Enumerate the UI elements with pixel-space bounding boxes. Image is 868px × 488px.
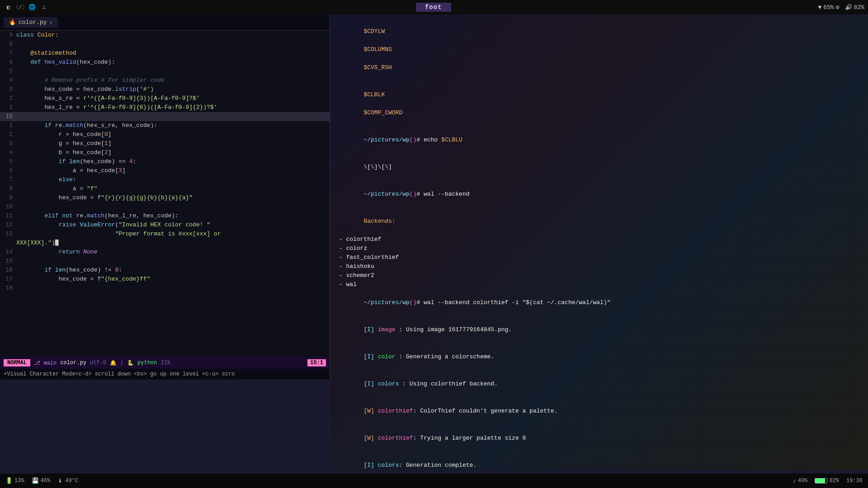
encoding: utf-8 (90, 360, 106, 366)
command-line: +Visual Character Mode<c-d> scroll down … (0, 369, 330, 380)
line-number: 10 (0, 202, 16, 211)
bottom-bar: 🔋 13% 💾 46% 🌡 49°C ♪ 40% 82% 19:36 (0, 474, 868, 488)
term-var: $CVS_RSH (363, 64, 392, 71)
topbar: ◧ 〈/〉 🌐 ♫ foot ▼ 65% ⚙ 🔊 82% (0, 0, 868, 14)
line-content: hex_s_re = r'^([A-Fa-f0-9]{3})[A-Fa-f0-9… (16, 94, 330, 103)
terminal-output: [I] image : Using image 1617779164845.pn… (335, 316, 863, 343)
line-number: 18 (0, 284, 16, 293)
main-content: 🔥 color.py ✕ 9 class Color: 8 7 @staticm… (0, 14, 868, 470)
status-bar: NORMAL ⎇ main color.py utf-8 🔔 | 🐍 pytho… (0, 357, 330, 369)
line-content: b = hex_code[2] (16, 148, 330, 157)
term-var: $CDYLW (363, 28, 385, 35)
line-content: class Color: (16, 31, 330, 40)
line-number: 1 (0, 121, 16, 130)
line-number: 16 (0, 266, 16, 275)
volume-control[interactable]: 🔊 82% (845, 4, 864, 11)
code-line: 12 raise ValueError("Invalid HEX color c… (0, 221, 330, 230)
code-line-current: 15 (0, 112, 330, 121)
line-content: a = "f" (16, 184, 330, 193)
code-line: 3 g = hex_code[1] (0, 139, 330, 148)
term-dir: ~/pictures/wp (363, 191, 409, 197)
terminal-output: [W] colorthief: Trying a larger palette … (335, 425, 863, 452)
tab-close-button[interactable]: ✕ (49, 19, 52, 25)
terminal-output: [I] colors : Using colorthief backend. (335, 371, 863, 398)
terminal-output: - haishoku (335, 262, 863, 271)
time-display: 19:36 (846, 478, 863, 484)
editor-pane: 🔥 color.py ✕ 9 class Color: 8 7 @staticm… (0, 14, 330, 380)
cursor-position: 15:1 (307, 359, 326, 366)
temp-value: 49°C (65, 478, 78, 484)
desktop-icon[interactable]: ◧ (4, 2, 14, 12)
python-icon: 🐍 (127, 360, 134, 366)
terminal-pane[interactable]: $CDYLW $COLUMNS $CVS_RSH $CLBLK $COMP_CW… (330, 14, 868, 470)
line-number: 17 (0, 275, 16, 284)
line-content: XXX[XXX].")█ (16, 239, 330, 248)
term-var: $COMP_CWORD (363, 109, 402, 116)
code-line: 9 hex_code = f"{r}{r}{g}{g}{b}{b}{a}{a}" (0, 193, 330, 202)
code-line: 3 hex_code = hex_code.lstrip('#') (0, 85, 330, 94)
topbar-left: ◧ 〈/〉 🌐 ♫ (4, 2, 49, 12)
line-number: 2 (0, 94, 16, 103)
terminal-output: - wal (335, 280, 863, 289)
code-line: 8 (0, 40, 330, 49)
code-line: 13 "Proper format is #xxx[xxx] or (0, 230, 330, 239)
line-number: 11 (0, 211, 16, 221)
bottom-right: ♪ 40% 82% 19:36 (793, 478, 863, 484)
code-line: 4 # Remove prefix # for simpler code (0, 76, 330, 85)
line-number: 6 (0, 58, 16, 67)
line-content: raise ValueError("Invalid HEX color code… (16, 221, 330, 230)
brightness-control[interactable]: ▼ 65% ⚙ (818, 4, 840, 11)
volume-bottom: 40% (798, 478, 808, 484)
line-number: 15 (0, 112, 16, 121)
globe-icon[interactable]: 🌐 (27, 2, 37, 12)
music-note-icon: ♪ (793, 478, 796, 484)
battery-status-2: 82% (815, 478, 839, 484)
disk-percent: 46% (41, 478, 51, 484)
terminal-output: [W] colorthief: ColorThief couldn't gene… (335, 398, 863, 425)
terminal-output: - schemer2 (335, 271, 863, 280)
term-var: $CLBLK (363, 91, 385, 98)
terminal-output: [I] colors: Generation complete. (335, 452, 863, 470)
topbar-right: ▼ 65% ⚙ 🔊 82% (818, 4, 864, 11)
line-content: return None (16, 248, 330, 257)
terminal-prompt-line: ~/pictures/wp()# wal --backend (335, 181, 863, 208)
temp-icon: 🌡 (57, 478, 63, 484)
volume-value: 82% (854, 4, 864, 11)
volume-status: ♪ 40% (793, 478, 807, 484)
code-line: 6 a = hex_code[3] (0, 166, 330, 175)
filename: color.py (60, 360, 86, 366)
line-number: 2 (0, 130, 16, 139)
line-content: hex_code = hex_code.lstrip('#') (16, 85, 330, 94)
line-content: "Proper format is #xxx[xxx] or (16, 230, 330, 239)
file-tab[interactable]: 🔥 color.py ✕ (4, 17, 58, 28)
scroll-percent: 21% (160, 360, 170, 366)
terminal-content[interactable]: $CDYLW $COLUMNS $CVS_RSH $CLBLK $COMP_CW… (330, 14, 868, 470)
code-line: 14 return None (0, 248, 330, 257)
code-line: 2 r = hex_code[0] (0, 130, 330, 139)
code-line: XXX[XXX].")█ (0, 239, 330, 248)
code-icon[interactable]: 〈/〉 (15, 2, 25, 12)
volume-icon: 🔊 (845, 4, 852, 11)
line-content: if len(hex_code) == 4: (16, 157, 330, 166)
line-number: 3 (0, 85, 16, 94)
line-content: hex_code = f"{hex_code}ff" (16, 275, 330, 284)
code-line: 1 hex_l_re = r'^([A-Fa-f0-9]{6})([A-Fa-f… (0, 103, 330, 112)
code-line: 16 if len(hex_code) != 8: (0, 266, 330, 275)
code-line: 7 @staticmethod (0, 49, 330, 58)
line-number: 9 (0, 31, 16, 40)
code-line: 6 def hex_valid(hex_code): (0, 58, 330, 67)
brightness-icon: ▼ (818, 4, 822, 11)
music-icon[interactable]: ♫ (39, 2, 49, 12)
line-number: 15 (0, 257, 16, 266)
code-area[interactable]: 9 class Color: 8 7 @staticmethod 6 def h… (0, 31, 330, 357)
code-line: 5 if len(hex_code) == 4: (0, 157, 330, 166)
terminal-output: - fast_colorthief (335, 253, 863, 262)
brightness-value: 65% (823, 4, 834, 11)
code-line: 11 elif not re.match(hex_l_re, hex_code)… (0, 211, 330, 221)
battery-bar (815, 478, 827, 483)
bell-icon: 🔔 (110, 360, 117, 366)
code-line: 9 class Color: (0, 31, 330, 40)
line-content: a = hex_code[3] (16, 166, 330, 175)
term-var: $COLUMNS (363, 46, 392, 53)
line-number: 4 (0, 148, 16, 157)
